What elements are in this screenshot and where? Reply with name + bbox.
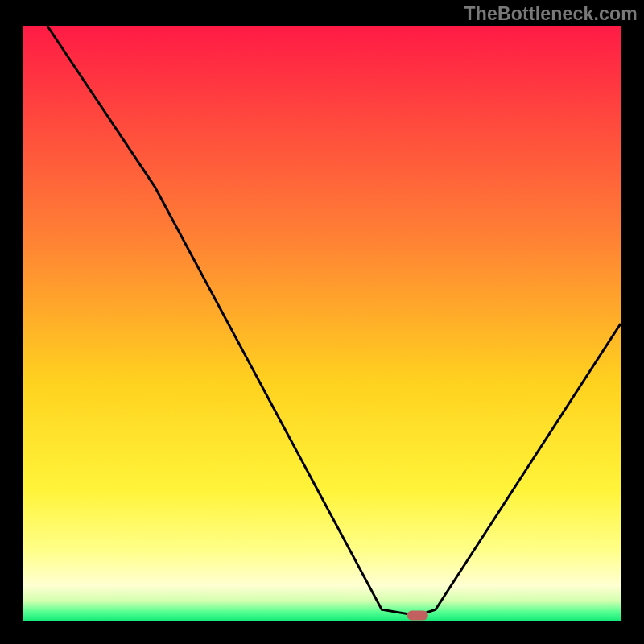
bottleneck-marker: [407, 611, 428, 621]
attribution-label: TheBottleneck.com: [464, 3, 638, 25]
chart-background: [23, 26, 621, 621]
bottleneck-chart: [0, 0, 644, 644]
